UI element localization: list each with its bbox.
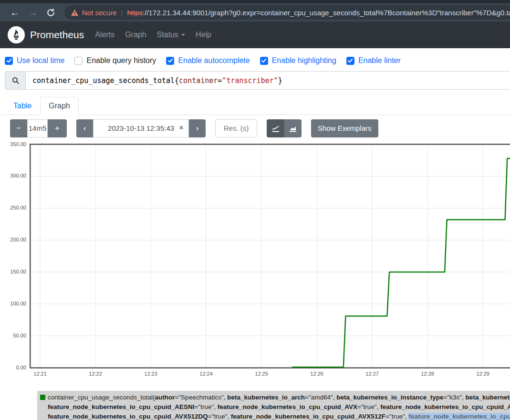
y-axis-tick-label: 350.00 (0, 141, 26, 147)
check-icon (347, 58, 353, 63)
checkbox-checked[interactable] (5, 57, 13, 65)
query-token: container (179, 76, 218, 85)
stacked-chart-icon[interactable] (284, 119, 302, 137)
nav-item-alerts[interactable]: Alerts (90, 31, 120, 39)
url-bar[interactable]: Not secure | https://172.21.34.44:9001/g… (64, 5, 510, 20)
range-group: − 14m5 + (10, 119, 67, 137)
search-icon (5, 71, 25, 90)
legend-item-line[interactable]: feature_node_kubernetes_io_cpu_cpuid_AES… (40, 402, 510, 412)
x-axis-tick-label: 12:21 (23, 371, 57, 377)
query-token: } (278, 76, 282, 85)
panel-tabs: TableGraph (0, 97, 510, 115)
legend-label-value: ="true", (385, 413, 408, 420)
y-axis-tick-label: 150.00 (0, 269, 26, 274)
reload-icon[interactable] (42, 8, 60, 17)
checkbox-checked[interactable] (346, 57, 354, 65)
brand-title[interactable]: Prometheus (30, 29, 84, 41)
range-decrease-button[interactable]: − (10, 119, 27, 137)
browser-chrome: ← → Not secure | https://172.21.34.44:90… (0, 0, 510, 21)
nav-item-graph[interactable]: Graph (120, 31, 151, 39)
legend-label-name: feature_node_kubernetes_io_cpu_cpuid_AVX… (231, 413, 385, 420)
tab-graph[interactable]: Graph (40, 97, 78, 115)
query-expression-input[interactable]: container_cpu_usage_seconds_total{contai… (25, 71, 510, 90)
url-scheme: https (127, 9, 143, 17)
option-enable-linter[interactable]: Enable linter (346, 56, 401, 65)
time-back-button[interactable]: ‹ (76, 119, 93, 137)
nav-links: AlertsGraphStatusHelp (90, 31, 217, 39)
legend-label-value: container_cpu_usage_seconds_total{ (48, 394, 155, 401)
option-label: Enable autocomplete (178, 56, 250, 65)
option-enable-query-history[interactable]: Enable query history (74, 56, 156, 65)
y-axis-tick-label: 0.00 (0, 365, 26, 370)
legend-item-line[interactable]: feature_node_kubernetes_io_cpu_cpuid_AVX… (40, 412, 510, 420)
nav-item-help[interactable]: Help (190, 31, 217, 39)
legend-label-name: feature_node_kubernetes_io_cpu_cpuid_AVX… (408, 413, 510, 420)
checkbox-checked[interactable] (166, 57, 174, 65)
series-swatch-icon (40, 395, 45, 400)
plot-area[interactable] (30, 144, 510, 368)
time-input[interactable]: 2023-10-13 12:35:43× (93, 119, 189, 137)
x-axis-tick-label: 12:23 (134, 371, 167, 377)
legend-label-name: beta_kubernetes_io_arch (227, 394, 305, 401)
legend-label-value: ="true", (208, 413, 231, 420)
prometheus-torch-logo[interactable] (8, 26, 25, 43)
line-chart-icon[interactable] (267, 119, 284, 137)
legend-label-value: ="Speechmatics", (175, 394, 227, 401)
chart-type-group (267, 119, 302, 137)
url-divider: | (121, 9, 123, 17)
option-label: Use local time (17, 56, 64, 65)
option-label: Enable query history (86, 56, 156, 65)
clear-time-icon[interactable]: × (179, 123, 184, 133)
time-value: 2023-10-13 12:35:43 (108, 124, 174, 132)
y-axis-tick-label: 300.00 (0, 173, 26, 178)
legend-label-value: ="true", (357, 403, 380, 410)
range-input[interactable]: 14m5 (27, 119, 48, 137)
option-enable-autocomplete[interactable]: Enable autocomplete (166, 56, 250, 65)
query-token: "transcriber" (222, 76, 278, 85)
query-token: container_cpu_usage_seconds_total{ (32, 76, 179, 85)
option-enable-highlighting[interactable]: Enable highlighting (260, 56, 336, 65)
resolution-input[interactable]: Res. (s) (215, 119, 257, 137)
show-exemplars-button[interactable]: Show Exemplars (311, 119, 378, 137)
cpu-usage-chart[interactable]: 0.0050.00100.00150.00200.00250.00300.003… (0, 140, 510, 380)
option-use-local-time[interactable]: Use local time (5, 56, 64, 65)
x-axis-tick-label: 12:28 (411, 371, 444, 377)
legend-label-name: feature_node_kubernetes_io_cpu_cpuid_AVX… (380, 403, 510, 410)
legend-label-name: feature_node_kubernetes_io_cpu_cpuid_AES… (48, 403, 195, 410)
tab-table[interactable]: Table (5, 97, 40, 115)
x-axis-tick-label: 12:22 (79, 371, 112, 377)
legend-label-name: feature_node_kubernetes_io_cpu_cpuid_AVX (218, 403, 357, 410)
graph-controls: − 14m5 + ‹ 2023-10-13 12:35:43× › Res. (… (0, 115, 510, 137)
legend-label-name: beta_kubernetes_io_instance_type (336, 394, 443, 401)
x-axis-tick-label: 12:27 (355, 371, 389, 377)
y-axis-tick-label: 250.00 (0, 205, 26, 210)
legend-item-line[interactable]: container_cpu_usage_seconds_total{author… (40, 393, 510, 402)
x-axis-tick-label: 12:29 (466, 371, 500, 377)
legend-label-name: beta_kubernetes_io_os (466, 394, 510, 401)
option-label: Enable linter (358, 56, 401, 65)
legend-label-value: ="k3s", (444, 394, 466, 401)
nav-item-status[interactable]: Status (152, 31, 190, 39)
x-axis-tick-label: 12:25 (245, 371, 278, 377)
warning-triangle-icon (71, 9, 79, 16)
legend-label-value: ="amd64", (305, 394, 336, 401)
legend-label-name: author (155, 394, 175, 401)
y-axis-tick-label: 200.00 (0, 237, 26, 242)
back-icon[interactable]: ← (6, 8, 24, 17)
checkbox-checked[interactable] (260, 57, 268, 65)
legend-label-value: ="true", (195, 403, 218, 410)
y-axis-tick-label: 50.00 (0, 333, 26, 338)
forward-icon[interactable]: → (24, 8, 42, 17)
options-row: Use local timeEnable query historyEnable… (0, 48, 510, 65)
range-increase-button[interactable]: + (48, 119, 67, 137)
prometheus-navbar: Prometheus AlertsGraphStatusHelp (0, 21, 510, 48)
check-icon (261, 58, 267, 63)
checkbox-unchecked[interactable] (74, 57, 83, 65)
chart-legend: container_cpu_usage_seconds_total{author… (37, 391, 510, 420)
check-icon (6, 58, 12, 63)
legend-label-name: feature_node_kubernetes_io_cpu_cpuid_AVX… (48, 413, 208, 420)
y-axis-tick-label: 100.00 (0, 301, 26, 306)
browser-toolbar: ← → Not secure | https://172.21.34.44:90… (0, 3, 510, 21)
time-forward-button[interactable]: › (189, 119, 206, 137)
caret-down-icon (181, 34, 185, 36)
